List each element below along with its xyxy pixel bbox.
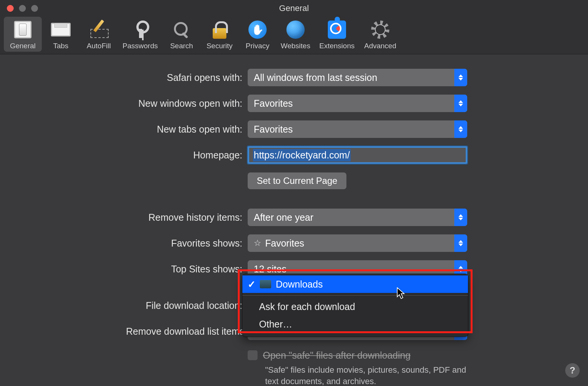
select-new-tabs-open-with-value: Favorites: [254, 124, 293, 135]
label-new-tabs-open-with: New tabs open with:: [0, 124, 248, 135]
chevron-updown-icon: [454, 95, 467, 112]
key-icon: [130, 20, 150, 40]
window-controls: [0, 5, 38, 12]
tab-extensions-label: Extensions: [319, 42, 355, 50]
set-to-current-page-button[interactable]: Set to Current Page: [248, 172, 346, 189]
chevron-updown-icon: [454, 120, 467, 138]
tabs-icon: [51, 20, 71, 40]
tab-general-label: General: [10, 42, 36, 50]
chevron-updown-icon: [454, 69, 467, 86]
puzzle-icon: [327, 20, 347, 40]
select-new-windows-open-with-value: Favorites: [254, 98, 293, 109]
tab-privacy[interactable]: Privacy: [239, 17, 277, 52]
select-new-windows-open-with[interactable]: Favorites: [248, 95, 467, 112]
tab-advanced-label: Advanced: [364, 42, 397, 50]
close-window-button[interactable]: [7, 5, 14, 12]
homepage-field-value: https://rocketyard.com/: [253, 149, 351, 161]
gear-icon: [370, 20, 390, 40]
tab-passwords[interactable]: Passwords: [118, 17, 163, 52]
label-homepage: Homepage:: [0, 150, 248, 161]
help-button-label: ?: [570, 365, 575, 376]
hand-icon: [248, 20, 267, 40]
tab-autofill[interactable]: AutoFill: [80, 17, 118, 52]
tab-autofill-label: AutoFill: [87, 42, 111, 50]
chevron-updown-icon: [454, 234, 467, 252]
tab-general[interactable]: General: [4, 17, 42, 52]
select-new-tabs-open-with[interactable]: Favorites: [248, 120, 467, 138]
preferences-toolbar: General Tabs AutoFill Passwords Search S…: [0, 17, 588, 54]
menu-separator: [242, 295, 468, 296]
open-safe-files-note: "Safe" files include movies, pictures, s…: [248, 362, 467, 386]
menu-item-ask-each-download[interactable]: Ask for each download: [242, 298, 468, 315]
menu-item-other-label: Other…: [259, 319, 292, 330]
select-top-sites-shows-value: 12 sites: [254, 264, 286, 275]
label-safari-opens-with: Safari opens with:: [0, 72, 248, 83]
set-to-current-page-label: Set to Current Page: [257, 176, 337, 186]
checkmark-icon: ✓: [248, 279, 255, 290]
tab-tabs-label: Tabs: [53, 42, 68, 50]
menu-item-downloads[interactable]: ✓ Downloads: [242, 275, 468, 293]
titlebar: General: [0, 0, 588, 17]
folder-icon: [260, 280, 271, 288]
globe-icon: [286, 20, 305, 40]
homepage-field[interactable]: https://rocketyard.com/: [248, 146, 467, 164]
select-safari-opens-with[interactable]: All windows from last session: [248, 69, 467, 86]
chevron-updown-icon: [454, 209, 467, 226]
autofill-icon: [89, 20, 109, 40]
tab-websites-label: Websites: [281, 42, 310, 50]
checkbox-icon: [248, 350, 258, 360]
tab-security-label: Security: [207, 42, 233, 50]
menu-item-ask-each-download-label: Ask for each download: [259, 301, 355, 312]
tab-privacy-label: Privacy: [246, 42, 269, 50]
tab-extensions[interactable]: Extensions: [315, 17, 359, 52]
select-remove-history[interactable]: After one year: [248, 209, 467, 226]
download-location-menu: ✓ Downloads Ask for each download Other…: [242, 274, 468, 337]
general-icon: [13, 20, 33, 40]
window-title: General: [279, 3, 309, 13]
open-safe-files-checkbox-row[interactable]: Open "safe" files after downloading: [248, 348, 588, 362]
tab-search-label: Search: [170, 42, 193, 50]
menu-item-downloads-label: Downloads: [276, 279, 323, 290]
label-file-download-location: File download location:: [0, 300, 248, 311]
label-remove-download-items: Remove download list items:: [0, 326, 248, 337]
label-remove-history: Remove history items:: [0, 212, 248, 223]
label-favorites-shows: Favorites shows:: [0, 238, 248, 249]
tab-tabs[interactable]: Tabs: [42, 17, 80, 52]
label-new-windows-open-with: New windows open with:: [0, 98, 248, 109]
tab-security[interactable]: Security: [201, 17, 239, 52]
tab-passwords-label: Passwords: [123, 42, 158, 50]
star-icon: ☆: [254, 238, 261, 248]
select-favorites-shows-value: Favorites: [265, 238, 304, 249]
select-remove-history-value: After one year: [254, 212, 313, 223]
lock-icon: [210, 20, 229, 40]
menu-item-other[interactable]: Other…: [242, 315, 468, 333]
tab-search[interactable]: Search: [163, 17, 201, 52]
minimize-window-button[interactable]: [19, 5, 26, 12]
help-button[interactable]: ?: [565, 363, 580, 378]
zoom-window-button[interactable]: [31, 5, 38, 12]
tab-advanced[interactable]: Advanced: [359, 17, 401, 52]
search-icon: [172, 20, 191, 40]
open-safe-files-label: Open "safe" files after downloading: [263, 350, 411, 361]
tab-websites[interactable]: Websites: [277, 17, 315, 52]
select-favorites-shows[interactable]: ☆ Favorites: [248, 234, 467, 252]
select-safari-opens-with-value: All windows from last session: [254, 72, 377, 83]
label-top-sites-shows: Top Sites shows:: [0, 264, 248, 275]
